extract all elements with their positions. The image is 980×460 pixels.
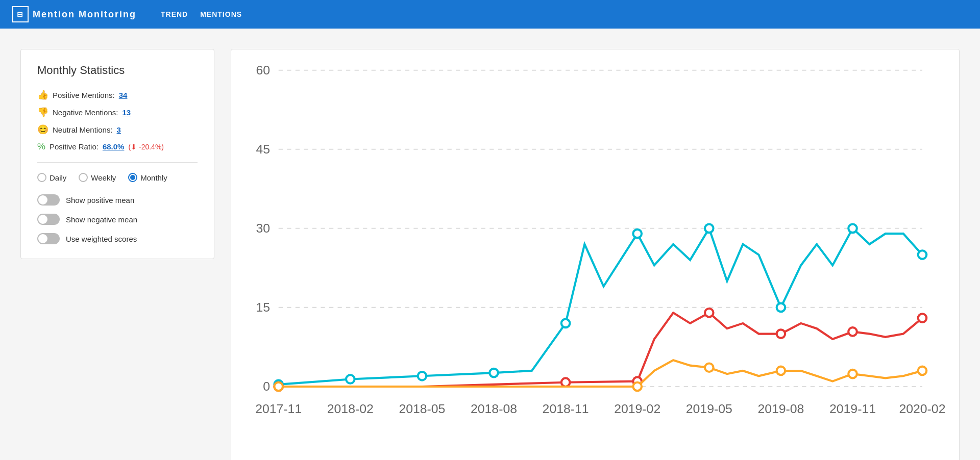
neutral-mentions-label: Neutral Mentions:: [53, 125, 113, 134]
svg-text:0: 0: [263, 379, 270, 393]
pos-dot-1: [346, 375, 355, 384]
chart-container: .grid-line { stroke: #ddd; stroke-dashar…: [231, 49, 960, 460]
radio-circle-daily: [37, 173, 46, 182]
radio-weekly[interactable]: Weekly: [79, 173, 116, 182]
positive-line: [279, 228, 922, 385]
neg-dot-8: [848, 327, 857, 336]
main-content: Monthly Statistics 👍 Positive Mentions: …: [0, 29, 980, 460]
neu-dot-0: [274, 382, 283, 391]
negative-line: [279, 313, 922, 387]
neg-dot-7: [777, 329, 786, 338]
toggle-positive-mean: Show positive mean: [37, 194, 198, 206]
pos-dot-9: [918, 250, 927, 259]
ratio-row: % Positive Ratio: 68.0% (⬇ -20.4%): [37, 141, 198, 152]
ratio-change: (⬇ -20.4%): [128, 143, 164, 151]
svg-text:2018-05: 2018-05: [399, 402, 445, 416]
neu-dot-6: [705, 363, 714, 372]
radio-monthly-label: Monthly: [140, 173, 167, 182]
radio-dot-monthly: [130, 175, 135, 180]
ratio-change-value: -20.4%: [139, 143, 161, 151]
thumbs-up-icon: 👍: [37, 89, 48, 100]
neg-dot-6: [705, 309, 714, 317]
down-arrow-icon: ⬇: [131, 143, 137, 151]
svg-text:2019-08: 2019-08: [757, 402, 804, 416]
neu-dot-7: [777, 367, 786, 375]
radio-daily[interactable]: Daily: [37, 173, 66, 182]
svg-text:30: 30: [256, 221, 271, 235]
ratio-label: Positive Ratio:: [50, 142, 99, 151]
toggle-group: Show positive mean Show negative mean Us…: [37, 194, 198, 244]
nav-mentions[interactable]: MENTIONS: [200, 8, 242, 20]
period-radio-group: Daily Weekly Monthly: [37, 173, 198, 182]
neg-dot-9: [918, 314, 927, 322]
negative-mentions-value[interactable]: 13: [122, 108, 131, 117]
thumbs-down-icon: 👎: [37, 107, 48, 118]
pos-dot-3: [489, 369, 498, 377]
radio-weekly-label: Weekly: [91, 173, 116, 182]
stats-title: Monthly Statistics: [37, 64, 198, 77]
svg-text:2018-02: 2018-02: [327, 402, 374, 416]
ratio-value[interactable]: 68.0%: [103, 142, 125, 151]
divider: [37, 162, 198, 163]
chart-wrapper: .grid-line { stroke: #ddd; stroke-dashar…: [236, 60, 954, 460]
radio-monthly[interactable]: Monthly: [128, 173, 167, 182]
negative-mentions-row: 👎 Negative Mentions: 13: [37, 107, 198, 118]
stats-panel: Monthly Statistics 👍 Positive Mentions: …: [20, 49, 214, 259]
pos-dot-8: [848, 224, 857, 233]
percent-icon: %: [37, 141, 45, 152]
svg-text:2018-08: 2018-08: [471, 402, 517, 416]
toggle-negative-mean-label: Show negative mean: [66, 215, 137, 224]
svg-text:2018-11: 2018-11: [543, 402, 589, 416]
svg-text:2019-02: 2019-02: [614, 402, 660, 416]
neutral-mentions-row: 😊 Neutral Mentions: 3: [37, 124, 198, 135]
positive-mentions-label: Positive Mentions:: [53, 91, 115, 99]
nav-trend[interactable]: TREND: [161, 8, 188, 20]
main-nav: TREND MENTIONS: [161, 8, 242, 20]
svg-text:2017-11: 2017-11: [255, 402, 302, 416]
radio-circle-weekly: [79, 173, 88, 182]
neu-dot-9: [918, 367, 927, 375]
toggle-negative-mean: Show negative mean: [37, 214, 198, 225]
toggle-weighted-scores: Use weighted scores: [37, 233, 198, 244]
svg-text:2019-11: 2019-11: [829, 402, 876, 416]
logo-icon: ⊟: [12, 6, 29, 22]
svg-text:15: 15: [256, 300, 271, 314]
pos-dot-5: [633, 229, 642, 238]
neu-dot-5: [633, 382, 642, 391]
neu-dot-8: [848, 370, 857, 378]
neutral-mentions-value[interactable]: 3: [117, 125, 121, 134]
radio-circle-monthly: [128, 173, 137, 182]
svg-text:2020-02: 2020-02: [899, 402, 945, 416]
svg-text:45: 45: [256, 142, 271, 156]
pos-dot-7: [777, 303, 786, 312]
app-logo: ⊟ Mention Monitoring: [12, 6, 136, 22]
pos-dot-4: [561, 319, 570, 328]
positive-mentions-value[interactable]: 34: [119, 91, 128, 99]
pos-dot-6: [705, 224, 714, 233]
radio-daily-label: Daily: [50, 173, 66, 182]
trend-chart: .grid-line { stroke: #ddd; stroke-dashar…: [236, 60, 954, 460]
app-title: Mention Monitoring: [33, 9, 136, 20]
negative-mentions-label: Negative Mentions:: [53, 108, 118, 117]
toggle-positive-mean-switch[interactable]: [37, 194, 60, 206]
svg-text:2019-05: 2019-05: [686, 402, 732, 416]
pos-dot-2: [418, 372, 427, 380]
neutral-icon: 😊: [37, 124, 48, 135]
toggle-weighted-scores-label: Use weighted scores: [66, 235, 137, 243]
positive-mentions-row: 👍 Positive Mentions: 34: [37, 89, 198, 100]
toggle-positive-mean-label: Show positive mean: [66, 196, 134, 205]
toggle-weighted-scores-switch[interactable]: [37, 233, 60, 244]
toggle-negative-mean-switch[interactable]: [37, 214, 60, 225]
svg-text:60: 60: [256, 63, 271, 77]
header: ⊟ Mention Monitoring TREND MENTIONS: [0, 0, 980, 29]
neg-dot-4: [561, 378, 570, 387]
